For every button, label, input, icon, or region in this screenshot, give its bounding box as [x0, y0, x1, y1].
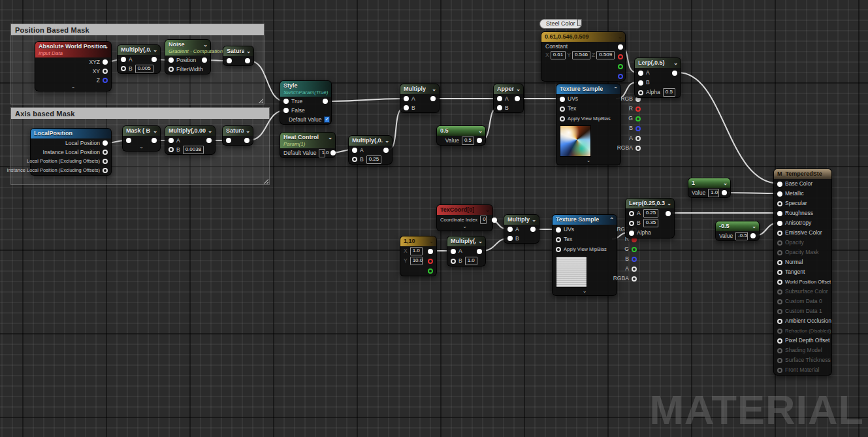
pin-uvs-input[interactable]: [556, 227, 561, 233]
value-box[interactable]: 1.0: [708, 189, 719, 197]
pin-a-input[interactable]: [451, 249, 456, 254]
value-box[interactable]: 0.25: [366, 155, 382, 164]
expand-chevron-icon[interactable]: ⌄: [556, 159, 620, 165]
pin-a-input[interactable]: [121, 57, 126, 62]
x-value-box[interactable]: 0.61: [551, 51, 566, 59]
pin-ambient-occlusion-input[interactable]: [777, 319, 782, 324]
pin-r-output[interactable]: [618, 54, 623, 59]
pin-roughness-input[interactable]: [777, 211, 782, 216]
node-material-result[interactable]: M_TemperedSteel01 Base Color Metallic Sp…: [773, 169, 832, 376]
z-value-box[interactable]: 0.509: [596, 51, 615, 59]
node-texcoord-0[interactable]: TexCoord[0]⌄ Coordinate Index0 ⌄: [436, 204, 493, 231]
material-graph-canvas[interactable]: Position Based Mask Axis based Mask Stee…: [0, 0, 868, 437]
node-heat-control[interactable]: Heat ControlParam(1)⌄ Default Value1.0: [280, 132, 336, 158]
pin-instance-local-position-output[interactable]: [103, 150, 108, 155]
pin-output[interactable]: [152, 57, 157, 62]
expand-chevron-icon[interactable]: ⌄: [437, 225, 492, 231]
pin-output[interactable]: [202, 57, 207, 63]
node-saturate-position[interactable]: Saturate⌄: [223, 46, 254, 66]
pin-a-input[interactable]: [404, 96, 409, 101]
pin-output[interactable]: [323, 99, 328, 104]
pin-output[interactable]: [383, 148, 389, 153]
value-box[interactable]: 1.0: [319, 149, 325, 157]
pin-a-output[interactable]: [635, 136, 641, 141]
chevron-down-icon[interactable]: ⌄: [208, 129, 212, 134]
pin-metallic-input[interactable]: [777, 191, 782, 197]
pin-output[interactable]: [477, 249, 482, 254]
pin-input[interactable]: [227, 58, 232, 63]
node-constant3-steel-color[interactable]: 0.61,0.546,0.509⌄ Constant X0.61 Y0.546 …: [541, 31, 626, 82]
pin-position-input[interactable]: [169, 57, 174, 63]
node-texture-sample-iridescent[interactable]: Texture Sample⌃ UVs Tex Apply View MipBi…: [556, 84, 621, 165]
node-constant2-1-10[interactable]: 1,10⌄ X1.0 Y10.0: [400, 236, 437, 276]
pin-xyz-output[interactable]: [103, 59, 108, 65]
pin-tex-input[interactable]: [556, 237, 561, 242]
node-multiply-uv[interactable]: Multiply⌄ A B: [504, 214, 539, 244]
pin-z-output[interactable]: [103, 78, 108, 83]
pin-normal-input[interactable]: [777, 260, 782, 265]
chevron-down-icon[interactable]: ⌄: [385, 138, 389, 144]
pin-uvs-input[interactable]: [560, 97, 565, 102]
node-saturate-axis[interactable]: Saturate⌄: [222, 125, 253, 146]
value-box[interactable]: 1.0: [465, 257, 477, 265]
pin-output[interactable]: [515, 96, 520, 101]
pin-rgba-output[interactable]: [632, 276, 637, 282]
pin-specular-input[interactable]: [777, 201, 782, 206]
chevron-down-icon[interactable]: ⌄: [328, 135, 332, 140]
expand-chevron-icon[interactable]: ⌄: [553, 289, 617, 295]
value-box[interactable]: 0.5: [663, 88, 675, 97]
chevron-up-icon[interactable]: ⌃: [613, 87, 618, 92]
resize-handle[interactable]: [257, 97, 263, 103]
pin-output[interactable]: [430, 96, 436, 101]
expand-chevron-icon[interactable]: ⌄: [123, 145, 160, 151]
pin-a-input[interactable]: [352, 148, 357, 153]
wire[interactable]: [678, 73, 779, 184]
pin-output[interactable]: [152, 138, 157, 143]
x-value-box[interactable]: 1.0: [410, 247, 423, 255]
chevron-up-icon[interactable]: ⌃: [609, 218, 614, 223]
pin-world-position-offset-input[interactable]: [777, 280, 782, 285]
pin-g-output[interactable]: [428, 268, 433, 274]
value-box[interactable]: 0.5: [462, 137, 474, 145]
value-box[interactable]: -0.5: [735, 232, 748, 240]
pin-b-input[interactable]: [507, 236, 513, 241]
pin-b-output[interactable]: [632, 257, 637, 262]
value-box[interactable]: 0: [480, 216, 487, 224]
chevron-down-icon[interactable]: ⌄: [516, 87, 521, 92]
node-multiply-0005[interactable]: Multiply(,0.005)⌄ A B0.005: [117, 44, 161, 74]
comment-bubble-steel-color[interactable]: Steel Color: [539, 19, 582, 29]
pin-tex-input[interactable]: [560, 106, 565, 112]
pin-b-input[interactable]: [497, 105, 502, 110]
pin-mipbias-input[interactable]: [560, 116, 565, 121]
pin-a-input[interactable]: [497, 96, 502, 101]
pin-instance-local-position-excl-output[interactable]: [103, 168, 108, 173]
expand-chevron-icon[interactable]: ⌄: [35, 85, 111, 91]
pin-input[interactable]: [126, 138, 131, 143]
pin-base-color-input[interactable]: [777, 182, 782, 187]
chevron-down-icon[interactable]: ⌄: [429, 239, 434, 244]
node-multiply-1[interactable]: Multiply(,1)⌄ A B1.0: [447, 236, 486, 267]
chevron-down-icon[interactable]: ⌄: [478, 129, 483, 134]
node-constant-05[interactable]: 0.5⌄ Value0.5: [436, 125, 486, 146]
pin-output[interactable]: [672, 71, 677, 76]
pin-output[interactable]: [750, 233, 756, 238]
pin-mipbias-input[interactable]: [556, 247, 561, 252]
wire[interactable]: [725, 193, 779, 193]
chevron-down-icon[interactable]: ⌄: [667, 201, 671, 206]
node-lerp-roughness[interactable]: Lerp(0.25,0.35,)⌄ A0.25 B0.35 Alpha: [625, 198, 675, 238]
chevron-down-icon[interactable]: ⌄: [752, 224, 756, 229]
chevron-down-icon[interactable]: ⌄: [153, 129, 157, 134]
pin-local-position-output[interactable]: [103, 140, 108, 146]
pin-b-output[interactable]: [618, 74, 623, 79]
pin-r-output[interactable]: [428, 259, 433, 264]
pin-xy-output[interactable]: [103, 69, 108, 74]
node-style-switch[interactable]: StyleSwitchParam(True) True False Defaul…: [280, 80, 332, 125]
pin-alpha-input[interactable]: [629, 231, 634, 236]
pin-pixel-depth-offset-input[interactable]: [777, 338, 782, 344]
chevron-down-icon[interactable]: ⌄: [532, 218, 536, 223]
chevron-down-icon[interactable]: ⌄: [432, 87, 436, 92]
chevron-down-icon[interactable]: ⌄: [723, 181, 728, 186]
pin-a-input[interactable]: [629, 211, 634, 216]
node-mask-b[interactable]: Mask ( B )⌄ ⌄: [122, 125, 161, 152]
pin-g-output[interactable]: [618, 64, 623, 69]
